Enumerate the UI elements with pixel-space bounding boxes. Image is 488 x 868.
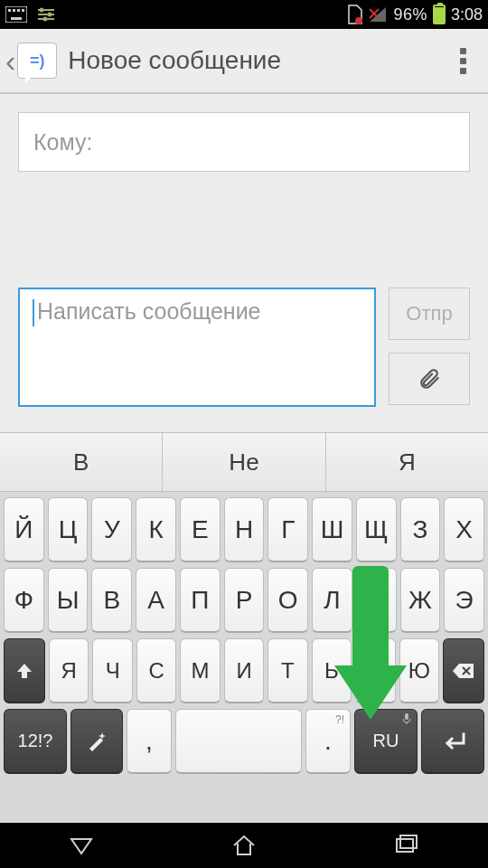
back-button[interactable]: ‹ bbox=[5, 43, 15, 79]
key-letter[interactable]: Ф bbox=[4, 568, 44, 633]
svg-point-12 bbox=[355, 17, 362, 24]
overflow-menu-button[interactable] bbox=[443, 44, 483, 78]
keyboard-icon bbox=[5, 6, 27, 23]
attach-button[interactable] bbox=[389, 353, 470, 405]
text-cursor bbox=[33, 299, 34, 326]
battery-icon bbox=[433, 5, 446, 24]
svg-rect-0 bbox=[5, 6, 27, 23]
key-letter[interactable]: Ч bbox=[92, 638, 132, 703]
sim-error-icon bbox=[346, 5, 362, 24]
to-field[interactable]: Кому: bbox=[18, 112, 470, 172]
suggestion-bar: В Не Я bbox=[0, 432, 488, 492]
key-letter[interactable]: Ш bbox=[312, 497, 352, 562]
settings-sliders-icon bbox=[36, 6, 56, 23]
key-period[interactable]: ?!. bbox=[305, 709, 351, 774]
svg-rect-1 bbox=[8, 9, 11, 12]
clock: 3:08 bbox=[451, 5, 483, 24]
key-letter[interactable]: С bbox=[136, 638, 176, 703]
key-letter[interactable]: Ь bbox=[312, 638, 352, 703]
app-icon[interactable]: =) bbox=[17, 42, 57, 79]
key-letter[interactable]: Е bbox=[180, 497, 221, 562]
svg-rect-3 bbox=[17, 9, 20, 12]
key-letter[interactable]: Г bbox=[267, 497, 308, 562]
nav-recent-button[interactable] bbox=[391, 830, 422, 861]
key-letter[interactable]: К bbox=[136, 497, 176, 562]
svg-rect-2 bbox=[13, 9, 15, 12]
key-backspace[interactable] bbox=[443, 638, 484, 703]
message-placeholder: Написать сообщение bbox=[37, 298, 261, 324]
key-magic[interactable] bbox=[70, 709, 123, 774]
key-letter[interactable]: П bbox=[180, 568, 221, 633]
svg-point-10 bbox=[48, 13, 52, 17]
shift-icon bbox=[14, 661, 34, 681]
enter-icon bbox=[438, 731, 467, 752]
key-letter[interactable]: Й bbox=[4, 497, 44, 562]
nav-home-button[interactable] bbox=[229, 830, 259, 861]
page-title: Новое сообщение bbox=[68, 46, 443, 75]
key-letter[interactable]: Н bbox=[224, 497, 265, 562]
key-letter[interactable]: Р bbox=[224, 568, 265, 633]
paperclip-icon bbox=[418, 367, 441, 391]
key-letter[interactable]: Ж bbox=[400, 568, 441, 633]
svg-rect-17 bbox=[400, 835, 417, 848]
key-letter[interactable]: Щ bbox=[356, 497, 397, 562]
suggestion-item[interactable]: В bbox=[0, 433, 163, 491]
no-signal-icon bbox=[368, 5, 388, 24]
status-bar: 96% 3:08 bbox=[0, 0, 488, 29]
svg-rect-4 bbox=[22, 9, 24, 12]
suggestion-item[interactable]: Я bbox=[326, 433, 488, 491]
svg-rect-16 bbox=[397, 839, 413, 852]
key-letter[interactable]: И bbox=[224, 638, 264, 703]
key-letter[interactable]: А bbox=[136, 568, 176, 633]
key-letter[interactable]: М bbox=[180, 638, 220, 703]
key-letter[interactable]: Б bbox=[355, 638, 395, 703]
key-letter[interactable]: Д bbox=[356, 568, 397, 633]
key-letter[interactable]: Х bbox=[444, 497, 484, 562]
action-bar: ‹ =) Новое сообщение bbox=[0, 29, 488, 94]
suggestion-item[interactable]: Не bbox=[163, 433, 325, 491]
to-label: Кому: bbox=[33, 129, 92, 156]
send-button[interactable]: Отпр bbox=[389, 288, 470, 340]
nav-back-button[interactable] bbox=[66, 830, 97, 861]
navigation-bar bbox=[0, 823, 488, 868]
key-letter[interactable]: Я bbox=[49, 638, 89, 703]
key-shift[interactable] bbox=[4, 638, 45, 703]
key-symbols[interactable]: 12!? bbox=[4, 709, 67, 774]
magic-wand-icon bbox=[86, 731, 108, 752]
key-letter[interactable]: Ц bbox=[48, 497, 89, 562]
key-letter[interactable]: Л bbox=[312, 568, 352, 633]
key-letter[interactable]: У bbox=[91, 497, 132, 562]
key-letter[interactable]: З bbox=[400, 497, 441, 562]
svg-rect-5 bbox=[11, 17, 22, 20]
key-comma[interactable]: , bbox=[127, 709, 172, 774]
key-letter[interactable]: В bbox=[91, 568, 132, 633]
key-letter[interactable]: Э bbox=[444, 568, 484, 633]
key-language[interactable]: RU bbox=[354, 709, 418, 774]
backspace-icon bbox=[452, 662, 475, 680]
key-space[interactable] bbox=[175, 709, 302, 774]
key-letter[interactable]: Т bbox=[267, 638, 307, 703]
key-enter[interactable] bbox=[421, 709, 484, 774]
key-letter[interactable]: Ю bbox=[399, 638, 439, 703]
battery-percent: 96% bbox=[393, 5, 427, 24]
key-letter[interactable]: Ы bbox=[48, 568, 89, 633]
svg-point-9 bbox=[40, 8, 44, 13]
keyboard: ЙЦУКЕНГШЩЗХ ФЫВАПРОЛДЖЭ ЯЧСМИТЬБЮ 12!? ,… bbox=[0, 492, 488, 823]
mic-icon bbox=[402, 713, 411, 724]
key-letter[interactable]: О bbox=[267, 568, 308, 633]
svg-rect-15 bbox=[405, 713, 408, 720]
svg-point-11 bbox=[43, 17, 48, 22]
message-input[interactable]: Написать сообщение bbox=[18, 288, 376, 407]
